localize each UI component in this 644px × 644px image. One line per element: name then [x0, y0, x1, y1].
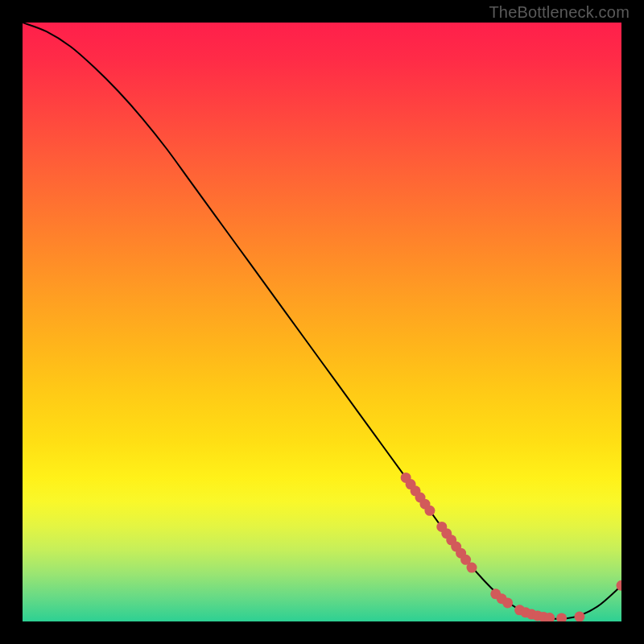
plot-area: [23, 23, 621, 621]
data-dot: [617, 580, 622, 591]
data-dot: [574, 612, 584, 621]
watermark-text: TheBottleneck.com: [489, 3, 630, 22]
data-dot: [502, 597, 513, 608]
data-dot: [424, 506, 435, 516]
data-dot: [467, 563, 477, 573]
data-dot: [556, 613, 567, 621]
chart-stage: TheBottleneck.com: [0, 0, 644, 644]
dots-layer: [23, 23, 621, 621]
data-dots: [401, 473, 621, 621]
